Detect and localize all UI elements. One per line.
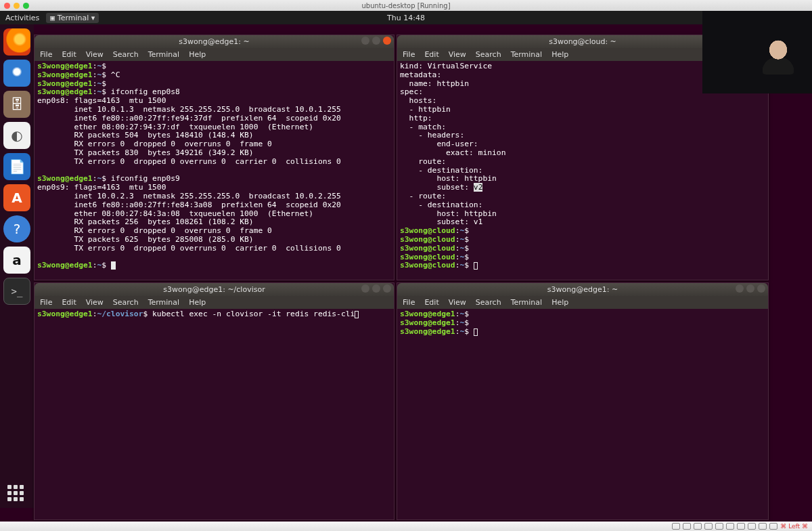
menu-file[interactable]: File — [40, 298, 52, 307]
guest-desktop: Activities ▣ Terminal ▾ Thu 14:48 🗄 ◐ 📄 … — [0, 11, 812, 522]
terminal-body[interactable]: s3wong@edge1:~$ s3wong@edge1:~$ ^C s3won… — [35, 61, 394, 280]
menu-edit[interactable]: Edit — [62, 50, 76, 59]
window-titlebar[interactable]: s3wong@edge1: ~/clovisor — [35, 283, 394, 296]
terminal-body[interactable]: s3wong@edge1:~$ s3wong@edge1:~$ s3wong@e… — [397, 309, 768, 519]
help-icon[interactable]: ? — [3, 215, 30, 242]
menu-edit[interactable]: Edit — [424, 298, 438, 307]
ubuntu-software-icon[interactable] — [3, 184, 30, 211]
app-menu-label: Terminal ▾ — [58, 14, 95, 22]
window-titlebar[interactable]: s3wong@edge1: ~ — [35, 35, 394, 48]
menu-help[interactable]: Help — [551, 50, 568, 59]
menu-file[interactable]: File — [40, 50, 52, 59]
menu-search[interactable]: Search — [476, 50, 501, 59]
vbox-cpu-icon[interactable] — [759, 523, 767, 530]
menu-search[interactable]: Search — [113, 298, 139, 307]
maximize-icon[interactable] — [372, 284, 380, 293]
menu-file[interactable]: File — [403, 50, 415, 59]
window-titlebar[interactable]: s3wong@edge1: ~ — [397, 283, 768, 296]
vbox-audio-icon[interactable] — [694, 523, 702, 530]
menu-help[interactable]: Help — [189, 298, 206, 307]
menu-terminal[interactable]: Terminal — [511, 50, 543, 59]
menu-view[interactable]: View — [449, 50, 466, 59]
presenter-webcam — [702, 11, 812, 93]
thunderbird-icon[interactable] — [3, 60, 30, 87]
minimize-icon[interactable] — [361, 37, 369, 45]
menu-file[interactable]: File — [403, 298, 415, 307]
terminal-menubar: File Edit View Search Terminal Help — [35, 48, 394, 61]
host-window-title: ubuntu-desktop [Running] — [0, 2, 812, 9]
maximize-icon[interactable] — [746, 284, 754, 293]
app-menu[interactable]: ▣ Terminal ▾ — [46, 13, 99, 23]
menu-search[interactable]: Search — [476, 298, 501, 307]
amazon-icon[interactable]: a — [3, 247, 30, 274]
menu-help[interactable]: Help — [551, 298, 568, 307]
show-applications-button[interactable] — [0, 485, 34, 504]
libreoffice-writer-icon[interactable]: 📄 — [3, 153, 30, 180]
vbox-network-icon[interactable] — [704, 523, 713, 530]
menu-search[interactable]: Search — [113, 50, 139, 59]
vbox-usb-icon[interactable] — [715, 523, 723, 530]
gnome-top-bar: Activities ▣ Terminal ▾ Thu 14:48 — [0, 11, 812, 24]
window-title: s3wong@edge1: ~/clovisor — [163, 285, 265, 294]
terminal-window-edge1[interactable]: s3wong@edge1: ~ File Edit View Search Te… — [34, 35, 394, 280]
virtualbox-status-bar: ⌘ Left ⌘ — [0, 522, 812, 531]
files-icon[interactable]: 🗄 — [3, 91, 30, 118]
close-icon[interactable] — [757, 284, 765, 293]
activities-button[interactable]: Activities — [5, 14, 39, 22]
terminal-window-clovisor[interactable]: s3wong@edge1: ~/clovisor File Edit View … — [34, 282, 394, 520]
vbox-hdd-icon[interactable] — [672, 523, 680, 530]
menu-view[interactable]: View — [449, 298, 466, 307]
vbox-display-icon[interactable] — [737, 523, 745, 530]
window-title: s3wong@cloud: ~ — [549, 37, 616, 46]
close-icon[interactable] — [383, 37, 391, 45]
menu-terminal[interactable]: Terminal — [511, 298, 543, 307]
terminal-icon: ▣ — [50, 14, 55, 22]
maximize-icon[interactable] — [372, 37, 380, 45]
workarea: s3wong@edge1: ~ File Edit View Search Te… — [34, 24, 812, 508]
vbox-recording-icon[interactable] — [748, 523, 756, 530]
vbox-shared-folder-icon[interactable] — [726, 523, 734, 530]
menu-view[interactable]: View — [86, 298, 104, 307]
menu-help[interactable]: Help — [189, 50, 206, 59]
terminal-icon[interactable]: >_ — [3, 278, 30, 305]
minimize-icon[interactable] — [736, 284, 744, 293]
firefox-icon[interactable] — [3, 28, 30, 56]
close-icon[interactable] — [383, 284, 391, 293]
rhythmbox-icon[interactable]: ◐ — [3, 122, 30, 149]
window-title: s3wong@edge1: ~ — [547, 285, 618, 294]
minimize-icon[interactable] — [361, 284, 369, 293]
terminal-body[interactable]: kind: VirtualService metadata: name: htt… — [397, 61, 768, 280]
clock[interactable]: Thu 14:48 — [0, 14, 812, 22]
menu-terminal[interactable]: Terminal — [148, 50, 180, 59]
menu-terminal[interactable]: Terminal — [148, 298, 180, 307]
menu-edit[interactable]: Edit — [62, 298, 76, 307]
terminal-window-edge1-b[interactable]: s3wong@edge1: ~ File Edit View Search Te… — [397, 282, 769, 520]
apps-grid-icon — [7, 485, 26, 504]
menu-view[interactable]: View — [86, 50, 104, 59]
window-title: s3wong@edge1: ~ — [179, 37, 249, 46]
menu-edit[interactable]: Edit — [424, 50, 438, 59]
vbox-hostkey-indicator: ⌘ Left ⌘ — [780, 523, 808, 530]
terminal-menubar: File Edit View Search Terminal Help — [35, 296, 394, 309]
host-titlebar: ubuntu-desktop [Running] — [0, 0, 812, 11]
terminal-body[interactable]: s3wong@edge1:~/clovisor$ kubectl exec -n… — [35, 309, 394, 519]
terminal-menubar: File Edit View Search Terminal Help — [397, 296, 768, 309]
vbox-mouse-icon[interactable] — [769, 523, 777, 530]
launcher-dock: 🗄 ◐ 📄 ? a >_ — [0, 24, 34, 508]
vbox-optical-icon[interactable] — [683, 523, 691, 530]
